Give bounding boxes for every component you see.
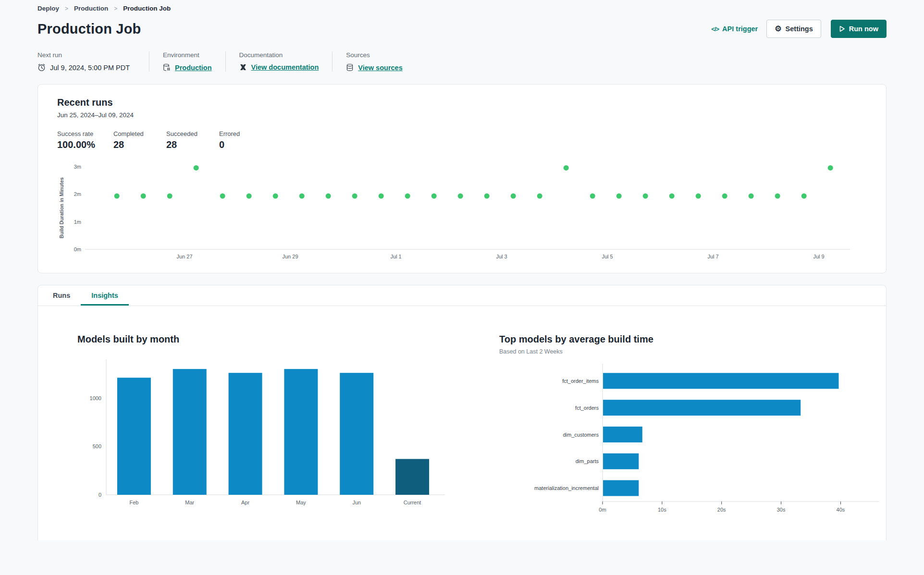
svg-text:Jun 27: Jun 27 bbox=[176, 254, 192, 259]
svg-text:Jul 7: Jul 7 bbox=[707, 254, 718, 259]
svg-text:May: May bbox=[296, 500, 306, 505]
meta-next-run: Next run Jul 9, 2024, 5:00 PM PDT bbox=[37, 51, 149, 72]
meta-label: Sources bbox=[346, 51, 402, 59]
svg-text:materialization_incremental: materialization_incremental bbox=[534, 485, 599, 491]
svg-text:Mar: Mar bbox=[185, 500, 194, 505]
svg-text:10s: 10s bbox=[658, 507, 666, 513]
meta-sources: Sources View sources bbox=[332, 51, 416, 72]
view-sources-link[interactable]: View sources bbox=[358, 64, 402, 72]
header-actions: </> API trigger ⚙ Settings Run now bbox=[711, 20, 887, 38]
stat-label: Completed bbox=[113, 130, 148, 137]
meta-label: Next run bbox=[37, 51, 130, 59]
stat-value: 28 bbox=[113, 139, 148, 150]
models-by-month-title: Models built by month bbox=[77, 334, 457, 345]
meta-environment: Environment Production bbox=[149, 51, 225, 72]
stat-value: 100.00% bbox=[57, 139, 95, 150]
breadcrumb-separator-icon: > bbox=[114, 5, 117, 12]
insights-panel: Models built by month 05001000FebMarAprM… bbox=[38, 306, 886, 525]
stat-label: Succeeded bbox=[166, 130, 201, 137]
svg-text:1000: 1000 bbox=[90, 395, 101, 401]
code-brackets-icon: </> bbox=[711, 25, 719, 33]
stat-completed: Completed 28 bbox=[113, 130, 148, 150]
api-trigger-link[interactable]: </> API trigger bbox=[711, 25, 758, 33]
stat-success-rate: Success rate 100.00% bbox=[57, 130, 95, 150]
top-models-title: Top models by average build time bbox=[499, 334, 884, 345]
svg-text:dim_parts: dim_parts bbox=[576, 458, 599, 464]
view-documentation-link[interactable]: View documentation bbox=[251, 63, 319, 71]
stat-value: 28 bbox=[166, 139, 201, 150]
settings-button[interactable]: ⚙ Settings bbox=[766, 20, 821, 38]
svg-text:Feb: Feb bbox=[129, 500, 138, 505]
job-meta-row: Next run Jul 9, 2024, 5:00 PM PDT Enviro… bbox=[37, 51, 887, 72]
environment-database-icon bbox=[163, 63, 171, 72]
top-models-block: Top models by average build time Based o… bbox=[499, 334, 884, 525]
svg-text:30s: 30s bbox=[777, 507, 786, 513]
svg-text:Build Duration in Minutes: Build Duration in Minutes bbox=[59, 177, 64, 238]
top-models-subtitle: Based on Last 2 Weeks bbox=[499, 348, 884, 355]
svg-text:Jul 9: Jul 9 bbox=[813, 254, 824, 259]
svg-text:3m: 3m bbox=[74, 164, 81, 170]
svg-text:0: 0 bbox=[99, 492, 101, 498]
settings-button-label: Settings bbox=[786, 25, 813, 33]
svg-text:20s: 20s bbox=[717, 507, 726, 513]
run-now-button[interactable]: Run now bbox=[831, 20, 887, 38]
svg-text:Jun: Jun bbox=[352, 500, 361, 505]
svg-text:Jul 1: Jul 1 bbox=[390, 254, 401, 259]
svg-text:Jul 5: Jul 5 bbox=[602, 254, 613, 259]
svg-text:1m: 1m bbox=[74, 219, 81, 225]
breadcrumb: Deploy > Production > Production Job bbox=[37, 3, 887, 12]
database-icon bbox=[346, 63, 354, 72]
models-by-month-block: Models built by month 05001000FebMarAprM… bbox=[77, 334, 457, 525]
next-run-value: Jul 9, 2024, 5:00 PM PDT bbox=[50, 64, 130, 72]
page-header: Production Job </> API trigger ⚙ Setting… bbox=[37, 20, 887, 38]
job-detail-card: Runs Insights Models built by month 0500… bbox=[37, 285, 887, 540]
svg-text:40s: 40s bbox=[837, 507, 845, 513]
tab-runs[interactable]: Runs bbox=[42, 285, 81, 306]
meta-label: Documentation bbox=[239, 51, 319, 59]
run-now-label: Run now bbox=[849, 25, 878, 33]
api-trigger-label: API trigger bbox=[722, 25, 758, 33]
play-icon bbox=[839, 25, 845, 32]
svg-text:Jul 3: Jul 3 bbox=[496, 254, 507, 259]
recent-runs-title: Recent runs bbox=[57, 97, 867, 108]
recent-runs-card: Recent runs Jun 25, 2024–Jul 09, 2024 Su… bbox=[37, 84, 887, 273]
build-duration-scatter-chart[interactable]: 0m1m2m3mJun 27Jun 29Jul 1Jul 3Jul 5Jul 7… bbox=[57, 163, 867, 264]
svg-text:0m: 0m bbox=[599, 507, 606, 513]
breadcrumb-separator-icon: > bbox=[65, 5, 68, 12]
stat-errored: Errored 0 bbox=[219, 130, 254, 150]
svg-text:dim_customers: dim_customers bbox=[563, 432, 599, 438]
stat-label: Success rate bbox=[57, 130, 95, 137]
svg-text:2m: 2m bbox=[74, 191, 81, 197]
dbt-logo-icon bbox=[239, 63, 247, 71]
recent-runs-date-range: Jun 25, 2024–Jul 09, 2024 bbox=[57, 111, 867, 119]
svg-text:Apr: Apr bbox=[241, 500, 249, 505]
meta-documentation: Documentation View documentation bbox=[225, 51, 333, 72]
svg-text:fct_order_items: fct_order_items bbox=[562, 378, 599, 384]
top-models-chart: 0m10s20s30s40sfct_order_itemsfct_ordersd… bbox=[499, 360, 884, 525]
stat-succeeded: Succeeded 28 bbox=[166, 130, 201, 150]
job-page: Deploy > Production > Production Job Pro… bbox=[0, 0, 924, 540]
tab-insights[interactable]: Insights bbox=[81, 285, 129, 306]
stat-label: Errored bbox=[219, 130, 254, 137]
stat-value: 0 bbox=[219, 139, 254, 150]
svg-text:fct_orders: fct_orders bbox=[575, 405, 599, 411]
environment-link[interactable]: Production bbox=[175, 64, 212, 72]
breadcrumb-production[interactable]: Production bbox=[74, 5, 108, 12]
svg-text:500: 500 bbox=[93, 443, 101, 449]
svg-text:Current: Current bbox=[404, 500, 421, 505]
clock-icon bbox=[37, 63, 46, 72]
breadcrumb-current-page: Production Job bbox=[123, 5, 171, 12]
gear-icon: ⚙ bbox=[775, 25, 781, 33]
tabs: Runs Insights bbox=[38, 285, 886, 306]
models-by-month-chart: 05001000FebMarAprMayJunCurrent bbox=[77, 355, 457, 522]
svg-text:0m: 0m bbox=[74, 246, 81, 252]
meta-label: Environment bbox=[163, 51, 212, 59]
breadcrumb-deploy[interactable]: Deploy bbox=[37, 5, 59, 12]
svg-text:Jun 29: Jun 29 bbox=[282, 254, 298, 259]
recent-runs-stats: Success rate 100.00% Completed 28 Succee… bbox=[57, 130, 867, 150]
page-title: Production Job bbox=[37, 21, 141, 37]
